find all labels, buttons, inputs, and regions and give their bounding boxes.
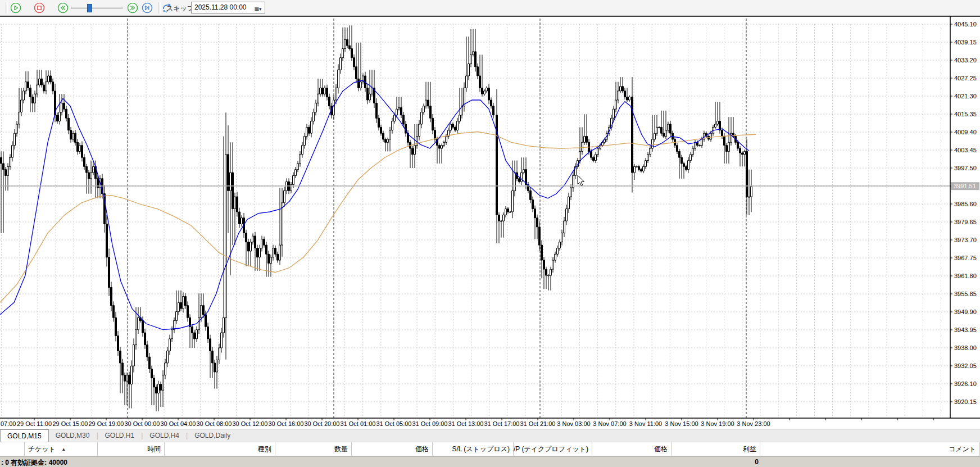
status-profit: 0: [725, 458, 759, 466]
price-label: 4027.25: [954, 75, 977, 81]
time-label: 29 Oct 07:00: [0, 420, 16, 427]
time-label: 30 Oct 00:00: [125, 420, 160, 427]
column-header-チケット[interactable]: チケット▲: [25, 442, 98, 456]
price-label: 3920.15: [954, 398, 977, 405]
time-label: 29 Oct 11:00: [17, 420, 52, 427]
price-label: 4039.15: [954, 39, 977, 46]
price-label: 4033.20: [954, 57, 977, 64]
grid-vertical: [2, 24, 941, 418]
tester-toolbar: スキップ 2025.11.28 00:00 ▦▾: [0, 0, 980, 16]
skip-date-field[interactable]: 2025.11.28 00:00 ▦▾: [191, 2, 265, 13]
mouse-cursor: [578, 175, 584, 185]
skip-label: スキップ: [166, 4, 194, 13]
time-label: 30 Oct 16:00: [269, 420, 304, 427]
price-label: 4045.10: [954, 21, 977, 28]
price-label: 3967.75: [954, 255, 977, 261]
play-button[interactable]: [10, 2, 21, 13]
price-label: 3997.50: [954, 165, 977, 171]
tab-gold-m15[interactable]: GOLD,M15: [0, 429, 49, 442]
tab-gold-h4[interactable]: GOLD,H4: [143, 429, 186, 442]
status-equity: : 0 有効証拠金: 40000: [1, 458, 67, 467]
candle-wicks: [1, 25, 751, 411]
price-label: 3943.95: [954, 327, 977, 333]
time-label: 30 Oct 08:00: [197, 420, 232, 427]
column-header-コメント[interactable]: コメント: [760, 442, 980, 456]
time-label: 3 Nov 07:00: [593, 420, 626, 427]
column-label: コメント: [949, 445, 976, 454]
time-label: 31 Oct 21:00: [520, 420, 556, 427]
column-label: S/L (ストップロス): [452, 445, 510, 454]
column-label: 時間: [147, 445, 161, 454]
price-label: 3961.80: [954, 273, 977, 279]
slow-ma-line: [0, 132, 756, 303]
price-label: 3973.70: [954, 237, 977, 243]
calendar-dropdown-icon[interactable]: ▦▾: [253, 5, 263, 13]
time-label: 3 Nov 15:00: [665, 420, 698, 427]
skip-to-end-button[interactable]: [142, 2, 153, 13]
column-label: 種別: [258, 445, 271, 454]
price-label: 4003.45: [954, 147, 977, 153]
column-header-価格[interactable]: 価格: [592, 442, 672, 456]
column-label: チケット: [28, 445, 56, 454]
column-header-種別[interactable]: 種別: [165, 442, 275, 456]
column-label: 利益: [743, 445, 756, 454]
price-label: 3985.60: [954, 201, 977, 207]
price-label: 4021.30: [954, 93, 977, 99]
column-label: 価格: [415, 445, 429, 454]
time-label: 31 Oct 17:00: [484, 420, 520, 427]
tab-gold-m30[interactable]: GOLD,M30: [49, 429, 97, 442]
price-label: 4015.35: [954, 111, 977, 117]
price-chart[interactable]: 4045.104039.154033.204027.254021.304015.…: [0, 16, 980, 429]
price-label: 3955.85: [954, 291, 977, 297]
grid-horizontal: [0, 24, 950, 402]
skip-redo-icon[interactable]: [152, 2, 164, 13]
bid-price-text: 3991.51: [954, 183, 976, 189]
time-label: 3 Nov 03:00: [557, 420, 590, 427]
mt4-strategy-tester-window: スキップ 2025.11.28 00:00 ▦▾ 4045.104039.154…: [0, 0, 980, 467]
column-header-時間[interactable]: 時間: [98, 442, 165, 456]
column-label: T/P (テイクプロフィット): [514, 445, 588, 454]
time-label: 3 Nov 19:00: [701, 420, 734, 427]
time-label: 30 Oct 04:00: [161, 420, 196, 427]
time-label: 30 Oct 20:00: [305, 420, 340, 427]
column-header-数量[interactable]: 数量: [275, 442, 352, 456]
price-label: 3926.10: [954, 380, 977, 387]
bearish-candles: [1, 39, 748, 393]
chart-area: 4045.104039.154033.204027.254021.304015.…: [0, 16, 980, 429]
stop-button[interactable]: [34, 2, 45, 13]
time-label: 31 Oct 09:00: [412, 420, 448, 427]
toolbar-separator: [6, 2, 8, 13]
price-label: 4009.40: [954, 129, 977, 135]
fast-forward-button[interactable]: [127, 2, 138, 13]
speed-slider[interactable]: [71, 7, 122, 9]
column-header-T/P (テイクプロフィット)[interactable]: T/P (テイクプロフィット): [514, 442, 592, 456]
time-label: 29 Oct 15:00: [53, 420, 88, 427]
trade-table-header: チケット▲時間種別数量価格S/L (ストップロス)T/P (テイクプロフィット)…: [0, 442, 980, 456]
tab-gold-h1[interactable]: GOLD,H1: [98, 429, 142, 442]
time-label: 3 Nov 23:00: [737, 420, 770, 427]
column-header-S/L (ストップロス)[interactable]: S/L (ストップロス): [433, 442, 514, 456]
column-label: 数量: [334, 445, 348, 454]
status-bar: : 0 有効証拠金: 40000 0: [0, 456, 980, 467]
speed-slider-handle[interactable]: [87, 4, 92, 12]
column-header-利益[interactable]: 利益: [672, 442, 760, 456]
time-label: 29 Oct 19:00: [89, 420, 124, 427]
column-header-価格[interactable]: 価格: [352, 442, 433, 456]
chart-tabs: GOLD,M15GOLD,M30|GOLD,H1|GOLD,H4|GOLD,Da…: [0, 429, 980, 442]
price-label: 3949.90: [954, 309, 977, 315]
time-label: 30 Oct 12:00: [233, 420, 268, 427]
time-label: 3 Nov 11:00: [629, 420, 663, 427]
sort-asc-icon: ▲: [61, 447, 66, 452]
time-label: 31 Oct 13:00: [448, 420, 484, 427]
column-label: 価格: [654, 445, 668, 454]
skip-date-value: 2025.11.28 00:00: [194, 3, 247, 11]
price-label: 3979.65: [954, 219, 977, 225]
time-label: 31 Oct 05:00: [376, 420, 412, 427]
column-header-select[interactable]: [0, 442, 25, 456]
time-label: 31 Oct 01:00: [341, 420, 376, 427]
rewind-button[interactable]: [57, 2, 69, 13]
price-label: 3938.00: [954, 344, 977, 351]
tab-gold-daily[interactable]: GOLD,Daily: [188, 429, 237, 442]
price-label: 3932.05: [954, 362, 977, 369]
